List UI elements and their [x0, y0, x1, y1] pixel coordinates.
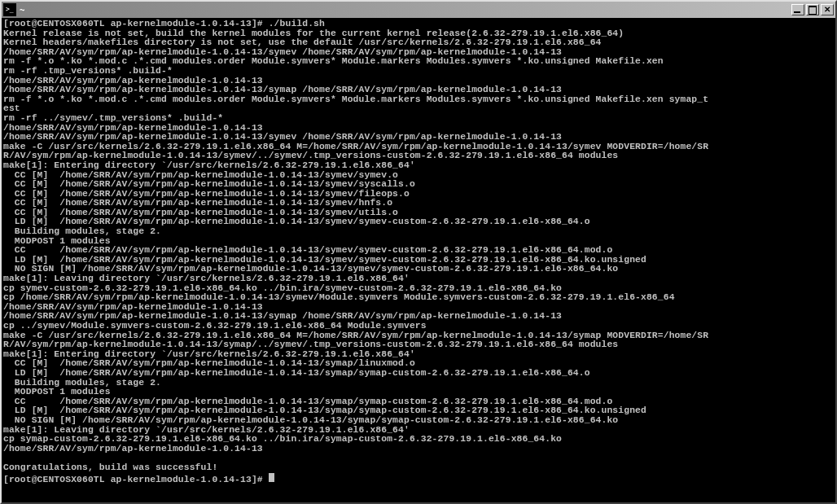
maximize-button[interactable] [806, 4, 819, 15]
close-button[interactable]: ✕ [821, 4, 834, 15]
minimize-button[interactable] [791, 4, 804, 15]
titlebar[interactable]: >_ ~ ✕ [2, 2, 835, 18]
title-buttons: ✕ [791, 4, 834, 15]
svg-text:>_: >_ [6, 6, 14, 13]
cursor [269, 473, 274, 482]
app-icon: >_ [3, 3, 16, 16]
window-title: ~ [20, 5, 791, 15]
terminal-window: >_ ~ ✕ [root@CENTOSX060TL ap-kernelmodul… [0, 0, 837, 504]
terminal-output[interactable]: [root@CENTOSX060TL ap-kernelmodule-1.0.1… [2, 18, 835, 502]
